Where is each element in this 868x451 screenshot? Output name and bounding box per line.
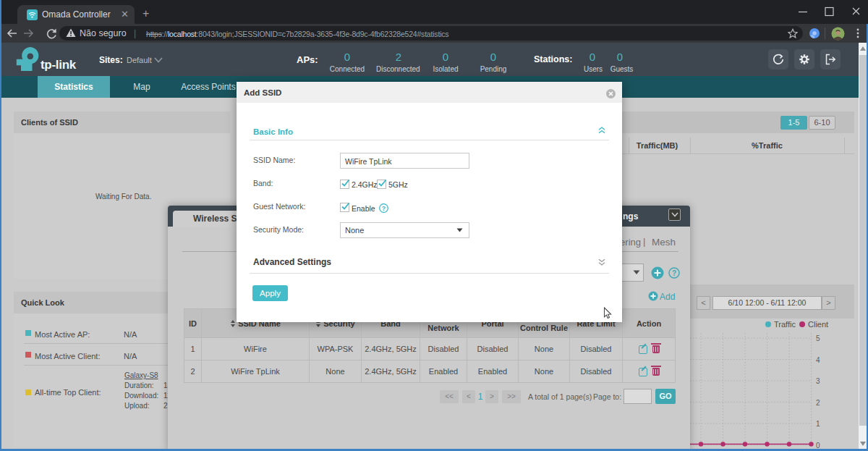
svg-text:Client: Client bbox=[808, 320, 828, 329]
svg-text:5: 5 bbox=[816, 334, 820, 342]
svg-text:2: 2 bbox=[816, 399, 820, 407]
svg-text:0: 0 bbox=[816, 442, 820, 450]
svg-text:Traffic: Traffic bbox=[774, 320, 796, 329]
svg-text:1: 1 bbox=[816, 420, 820, 428]
svg-text:?: ? bbox=[382, 205, 386, 212]
svg-text:4: 4 bbox=[816, 356, 820, 364]
svg-text:?: ? bbox=[672, 269, 676, 277]
svg-text:tp-link: tp-link bbox=[41, 58, 77, 72]
svg-text:3: 3 bbox=[816, 377, 820, 385]
